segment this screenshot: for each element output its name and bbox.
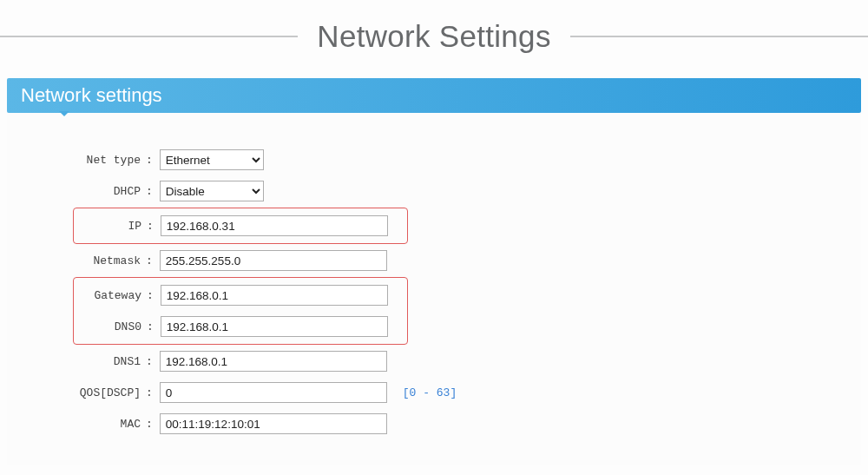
section-title: Network settings bbox=[21, 84, 162, 106]
label-net-type: Net type bbox=[7, 154, 146, 167]
label-dns0: DNS0 bbox=[74, 320, 147, 333]
label-gateway: Gateway bbox=[74, 289, 147, 302]
label-mac: MAC bbox=[7, 418, 146, 431]
dhcp-select[interactable]: Disable bbox=[160, 181, 264, 201]
netmask-input[interactable] bbox=[160, 250, 387, 271]
label-dns1: DNS1 bbox=[7, 355, 146, 368]
label-ip: IP bbox=[74, 220, 147, 233]
highlight-ip-group: IP: bbox=[73, 208, 408, 244]
label-qos: QOS[DSCP] bbox=[7, 386, 146, 399]
qos-input[interactable] bbox=[160, 382, 387, 403]
highlight-gateway-dns0-group: Gateway: DNS0: bbox=[73, 277, 408, 345]
page-title: Network Settings bbox=[298, 19, 569, 54]
settings-panel: Network settings Net type: Ethernet DHCP… bbox=[7, 78, 861, 465]
row-qos: QOS[DSCP]: [0 - 63] bbox=[7, 377, 861, 408]
network-settings-form: Net type: Ethernet DHCP: Disable IP: bbox=[7, 113, 861, 465]
rule-right bbox=[570, 36, 868, 37]
row-dns1: DNS1: bbox=[7, 346, 861, 377]
section-header: Network settings bbox=[7, 78, 861, 113]
gateway-input[interactable] bbox=[161, 285, 388, 306]
mac-input[interactable] bbox=[160, 413, 387, 434]
net-type-select[interactable]: Ethernet bbox=[160, 149, 264, 170]
label-netmask: Netmask bbox=[7, 254, 146, 267]
dns1-input[interactable] bbox=[160, 351, 387, 372]
row-ip: IP: bbox=[74, 210, 407, 241]
page-title-bar: Network Settings bbox=[0, 19, 868, 54]
row-net-type: Net type: Ethernet bbox=[7, 144, 861, 175]
ip-input[interactable] bbox=[161, 215, 388, 236]
dns0-input[interactable] bbox=[161, 316, 388, 337]
rule-left bbox=[0, 36, 298, 37]
row-dhcp: DHCP: Disable bbox=[7, 175, 861, 207]
row-gateway: Gateway: bbox=[74, 280, 407, 311]
qos-range-hint: [0 - 63] bbox=[403, 386, 457, 399]
label-dhcp: DHCP bbox=[7, 185, 146, 198]
row-netmask: Netmask: bbox=[7, 245, 861, 276]
row-dns0: DNS0: bbox=[74, 311, 407, 342]
row-mac: MAC: bbox=[7, 408, 861, 439]
